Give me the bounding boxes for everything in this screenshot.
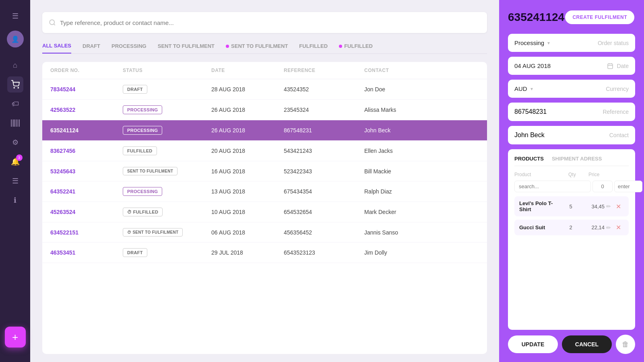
- svg-rect-8: [19, 119, 20, 127]
- reference-cell: 867548231: [284, 127, 364, 134]
- contact-cell: John Beck: [364, 127, 437, 134]
- create-fulfilment-button[interactable]: CREATE FULFILMENT: [564, 10, 635, 25]
- main-content: ALL SALES DRAFT PROCESSING SENT TO FULFI…: [30, 0, 499, 362]
- product-search-input[interactable]: [514, 181, 591, 192]
- status-badge: ⏱ FULFILLED: [123, 208, 163, 216]
- search-icon: [49, 19, 56, 26]
- svg-point-0: [14, 87, 14, 88]
- order-status-label: Order status: [598, 40, 629, 46]
- table-row[interactable]: 45263524 ⏱ FULFILLED 10 AUG 2018 6545326…: [42, 202, 487, 222]
- table-row[interactable]: 634522151 ⏱ SENT TO FULFILMENT 06 AUG 20…: [42, 222, 487, 243]
- barcode-icon[interactable]: [7, 115, 23, 131]
- status-cell: ⏱ SENT TO FULFILMENT: [123, 228, 211, 237]
- cancel-button[interactable]: CANCEL: [562, 335, 612, 353]
- reference-label: Reference: [603, 109, 629, 115]
- date-cell: 06 AUG 2018: [211, 229, 284, 236]
- product-price: 34,45: [580, 204, 605, 210]
- col-status[interactable]: STATUS: [123, 68, 211, 73]
- product-qty-input[interactable]: [592, 181, 613, 192]
- table-row[interactable]: 53245643 SENT TO FULFILMENT 16 AUG 2018 …: [42, 161, 487, 181]
- tab-sent-to-fulfilment[interactable]: SENT TO FULFILMENT: [158, 43, 215, 53]
- bell-icon[interactable]: 🔔 3: [7, 154, 23, 170]
- products-section: PRODUCTS SHIPMENT ADRESS Product Qty Pri…: [508, 149, 635, 330]
- product-add-row: New: [514, 181, 629, 192]
- search-input[interactable]: [60, 19, 481, 26]
- avatar[interactable]: 👤: [7, 31, 24, 47]
- table-row[interactable]: 46353451 DRAFT 29 JUL 2018 6543523123 Ji…: [42, 243, 487, 263]
- col-reference[interactable]: REFERENCE: [284, 68, 364, 73]
- table-row[interactable]: 83627456 FULFILLED 20 AUG 2018 543421243…: [42, 141, 487, 161]
- tab-dot: [226, 45, 229, 48]
- col-order-no[interactable]: ORDER NO.: [50, 68, 123, 73]
- tag-icon[interactable]: 🏷: [7, 96, 23, 112]
- tab-processing[interactable]: PROCESSING: [111, 43, 147, 53]
- table-row[interactable]: 78345244 DRAFT 28 AUG 2018 43524352 Jon …: [42, 79, 487, 100]
- contact-cell: Jim Dolly: [364, 249, 437, 256]
- update-button[interactable]: UPDATE: [508, 335, 558, 353]
- col-qty-header: Qty: [568, 172, 588, 177]
- tab-draft[interactable]: DRAFT: [83, 43, 100, 53]
- orders-table: ORDER NO. STATUS DATE REFERENCE CONTACT …: [42, 62, 487, 354]
- contact-label: Contact: [609, 132, 629, 138]
- tab-all-sales[interactable]: ALL SALES: [42, 43, 71, 53]
- order-number: 53245643: [50, 168, 123, 175]
- reference-cell: 23545324: [284, 107, 364, 113]
- date-cell: 26 AUG 2018: [211, 107, 284, 113]
- svg-rect-6: [16, 119, 17, 127]
- table-header: ORDER NO. STATUS DATE REFERENCE CONTACT: [42, 62, 487, 79]
- panel-order-number: 635241124: [508, 11, 564, 24]
- tab-dot-2: [339, 45, 342, 48]
- date-cell: 29 JUL 2018: [211, 249, 284, 256]
- cart-icon[interactable]: [7, 76, 23, 93]
- table-row[interactable]: 64352241 PROCESSING 13 AUG 2018 67543435…: [42, 181, 487, 202]
- status-cell: PROCESSING: [123, 187, 211, 196]
- reference-cell: 43524352: [284, 86, 364, 93]
- order-number: 83627456: [50, 148, 123, 154]
- remove-product-icon[interactable]: ✕: [616, 224, 624, 231]
- svg-rect-3: [12, 119, 12, 127]
- menu-icon[interactable]: ☰: [7, 8, 23, 24]
- table-body: 78345244 DRAFT 28 AUG 2018 43524352 Jon …: [42, 79, 487, 263]
- tab-fulfilled-dot[interactable]: FULFILLED: [339, 43, 373, 53]
- contact-cell: Jon Doe: [364, 86, 437, 93]
- product-item: Gucci Suit 2 22,14 ✏ ✕: [514, 220, 629, 235]
- settings-icon[interactable]: ⚙: [7, 134, 23, 150]
- col-date[interactable]: DATE: [211, 68, 284, 73]
- shipment-tab[interactable]: SHIPMENT ADRESS: [552, 156, 602, 162]
- order-number: 46353451: [50, 249, 123, 256]
- list-icon[interactable]: ☰: [7, 173, 23, 189]
- edit-product-icon[interactable]: ✏: [606, 224, 614, 231]
- status-dropdown-arrow: ▾: [547, 40, 550, 46]
- status-badge: SENT TO FULFILMENT: [123, 167, 178, 175]
- order-detail-panel: 635241124 CREATE FULFILMENT Processing ▾…: [499, 0, 644, 362]
- product-price-input[interactable]: [614, 181, 642, 192]
- tab-sent-to-fulfilment-dot[interactable]: SENT TO FULFILMENT: [226, 43, 288, 53]
- date-cell: 10 AUG 2018: [211, 209, 284, 215]
- remove-product-icon[interactable]: ✕: [616, 203, 624, 210]
- status-badge: ⏱ SENT TO FULFILMENT: [123, 228, 183, 237]
- col-contact[interactable]: CONTACT: [364, 68, 437, 73]
- product-name: Gucci Suit: [519, 224, 561, 230]
- products-tab[interactable]: PRODUCTS: [514, 156, 544, 162]
- svg-rect-2: [11, 119, 12, 127]
- date-cell: 20 AUG 2018: [211, 148, 284, 154]
- panel-header: 635241124 CREATE FULFILMENT: [508, 10, 635, 25]
- currency-label: Currency: [606, 86, 629, 92]
- delete-button[interactable]: 🗑: [616, 335, 635, 354]
- currency-dropdown-arrow: ▾: [530, 86, 533, 92]
- date-cell: 16 AUG 2018: [211, 168, 284, 175]
- edit-product-icon[interactable]: ✏: [606, 203, 614, 210]
- date-value: 04 AUG 2018: [514, 62, 551, 69]
- table-row[interactable]: 635241124 PROCESSING 26 AUG 2018 8675482…: [42, 120, 487, 141]
- status-cell: PROCESSING: [123, 105, 211, 114]
- status-cell: DRAFT: [123, 85, 211, 94]
- table-row[interactable]: 42563522 PROCESSING 26 AUG 2018 23545324…: [42, 100, 487, 120]
- status-badge: PROCESSING: [123, 187, 162, 196]
- home-icon[interactable]: ⌂: [7, 57, 23, 73]
- products-list: Levi's Polo T-Shirt 5 34,45 ✏ ✕ Gucci Su…: [514, 196, 629, 239]
- order-number: 78345244: [50, 86, 123, 93]
- info-icon[interactable]: ℹ: [7, 192, 23, 208]
- fab-button[interactable]: +: [5, 327, 26, 348]
- tab-fulfilled[interactable]: FULFILLED: [299, 43, 328, 53]
- col-product-header: Product: [514, 172, 568, 177]
